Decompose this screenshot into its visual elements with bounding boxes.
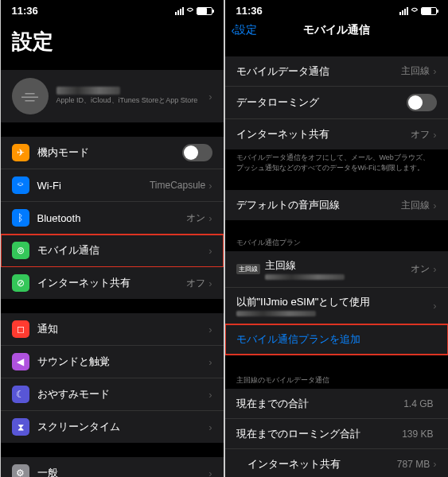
row-value: 主回線 xyxy=(401,64,430,78)
chevron-right-icon: › xyxy=(208,277,212,289)
status-icons: ⌔ xyxy=(399,5,437,17)
chevron-right-icon: › xyxy=(208,467,212,478)
row-value: オフ xyxy=(411,128,430,142)
settings-row[interactable]: ⊚ モバイル通信 › xyxy=(1,235,224,267)
row-label: Bluetooth xyxy=(37,212,187,224)
settings-row[interactable]: 主回線主回線 オン› xyxy=(225,251,448,288)
chevron-right-icon: › xyxy=(433,65,436,77)
row-label: データローミング xyxy=(236,95,407,110)
settings-row[interactable]: ◻ 通知 › xyxy=(1,313,224,346)
row-value: 139 KB xyxy=(402,429,433,440)
battery-icon xyxy=(421,7,437,15)
settings-row[interactable]: モバイル通信プランを追加 xyxy=(225,324,448,355)
chevron-right-icon: › xyxy=(208,180,212,192)
settings-row[interactable]: ⧗ スクリーンタイム › xyxy=(1,411,224,443)
row-value: オフ xyxy=(186,277,205,290)
section-header: モバイル通信プラン xyxy=(225,235,448,251)
settings-row[interactable]: ⚙ 一般 › xyxy=(1,457,224,477)
time: 11:36 xyxy=(236,5,263,17)
row-label: スクリーンタイム xyxy=(37,420,209,434)
row-label: モバイル通信プランを追加 xyxy=(236,332,437,347)
row-icon: ⊘ xyxy=(12,274,29,292)
row-value: オン xyxy=(411,262,430,276)
signal-icon xyxy=(399,7,408,15)
settings-row[interactable]: ⌔ Wi-Fi TimeCapsule› xyxy=(1,169,224,202)
chevron-right-icon: › xyxy=(433,300,436,312)
row-value: 1.4 GB xyxy=(403,398,433,409)
apple-id-row[interactable]: ⌯ Apple ID、iCloud、iTunes StoreとApp Store… xyxy=(1,70,224,122)
wifi-icon: ⌔ xyxy=(187,5,193,17)
settings-row[interactable]: 現在までの合計 1.4 GB xyxy=(225,389,448,419)
row-label: サウンドと触覚 xyxy=(37,355,209,369)
row-label: インターネット共有 xyxy=(236,127,411,142)
chevron-right-icon: › xyxy=(433,129,436,141)
row-icon: ◀ xyxy=(12,353,29,370)
sim-badge: 主回線 xyxy=(236,264,260,274)
status-icons: ⌔ xyxy=(175,5,212,17)
row-label: インターネット共有 xyxy=(37,276,187,290)
row-value: オン xyxy=(186,211,205,225)
settings-row[interactable]: ◀ サウンドと触覚 › xyxy=(1,346,224,378)
settings-row[interactable]: データローミング xyxy=(225,87,448,119)
profile-sub: Apple ID、iCloud、iTunes StoreとApp Store xyxy=(56,95,201,106)
row-icon: ☾ xyxy=(12,386,29,403)
row-icon: ⚙ xyxy=(12,464,29,477)
row-label: 現在までの合計 xyxy=(236,397,404,411)
row-label: モバイル通信 xyxy=(37,243,209,258)
battery-icon xyxy=(197,7,212,15)
chevron-right-icon: › xyxy=(433,458,436,470)
settings-row[interactable]: インターネット共有 787 MB› xyxy=(225,449,448,477)
chevron-right-icon: › xyxy=(433,200,436,211)
settings-row[interactable]: ⊘ インターネット共有 オフ› xyxy=(1,267,224,299)
row-label: 主回線 xyxy=(265,258,411,280)
row-label: 以前"IIJmio eSIM"として使用 xyxy=(236,295,434,316)
toggle[interactable] xyxy=(182,144,212,161)
row-label: デフォルトの音声回線 xyxy=(236,198,402,212)
settings-screen-left: 11:36 ⌔ 設定 ⌯ Apple ID、iCloud、iTunes Stor… xyxy=(1,0,224,477)
row-icon: ◻ xyxy=(12,320,29,338)
section-header: 主回線のモバイルデータ通信 xyxy=(225,372,448,389)
chevron-right-icon: › xyxy=(433,263,436,275)
row-label: おやすみモード xyxy=(37,387,209,401)
settings-row[interactable]: 以前"IIJmio eSIM"として使用 › xyxy=(225,288,448,324)
settings-row[interactable]: 現在までのローミング合計 139 KB xyxy=(225,419,448,449)
back-button[interactable]: ‹ 設定 xyxy=(232,23,258,37)
row-label: インターネット共有 xyxy=(247,457,397,471)
chevron-right-icon: › xyxy=(208,356,212,368)
row-icon: ⊚ xyxy=(12,242,29,259)
chevron-right-icon: › xyxy=(208,324,212,335)
row-label: Wi-Fi xyxy=(37,180,150,192)
nav-title: モバイル通信 xyxy=(303,23,370,37)
row-icon: ✈ xyxy=(12,144,29,161)
row-icon: ⧗ xyxy=(12,418,29,436)
settings-row[interactable]: ✈ 機内モード xyxy=(1,137,224,169)
toggle[interactable] xyxy=(407,94,437,111)
wifi-icon: ⌔ xyxy=(411,5,418,17)
page-title: 設定 xyxy=(1,18,224,64)
status-bar: 11:36 ⌔ xyxy=(225,0,448,18)
chevron-right-icon: › xyxy=(208,421,212,433)
row-value: 主回線 xyxy=(401,199,430,212)
chevron-right-icon: › xyxy=(208,389,212,401)
settings-row[interactable]: モバイルデータ通信 主回線› xyxy=(225,56,448,87)
footer-text: モバイルデータ通信をオフにして、メール、Webブラウズ、プッシュ通知などのすべて… xyxy=(225,149,448,176)
row-label: 機内モード xyxy=(37,145,182,160)
status-bar: 11:36 ⌔ xyxy=(1,0,224,18)
row-label: モバイルデータ通信 xyxy=(236,64,402,79)
row-label: 現在までのローミング合計 xyxy=(236,427,403,441)
row-label: 一般 xyxy=(37,466,209,477)
time: 11:36 xyxy=(12,5,38,17)
settings-row[interactable]: デフォルトの音声回線 主回線› xyxy=(225,190,448,220)
signal-icon xyxy=(175,7,184,15)
row-value: 787 MB xyxy=(397,459,430,470)
row-icon: ⌔ xyxy=(12,176,29,194)
nav-bar: ‹ 設定 モバイル通信 xyxy=(225,18,448,42)
chevron-right-icon: › xyxy=(208,212,212,224)
avatar-icon: ⌯ xyxy=(12,78,49,114)
settings-screen-right: 11:36 ⌔ ‹ 設定 モバイル通信 モバイルデータ通信 主回線›データローミ… xyxy=(225,0,448,477)
settings-row[interactable]: インターネット共有 オフ› xyxy=(225,119,448,149)
settings-row[interactable]: ☾ おやすみモード › xyxy=(1,378,224,411)
row-label: 通知 xyxy=(37,322,209,336)
blurred-name xyxy=(56,87,120,95)
settings-row[interactable]: ᛒ Bluetooth オン› xyxy=(1,202,224,235)
